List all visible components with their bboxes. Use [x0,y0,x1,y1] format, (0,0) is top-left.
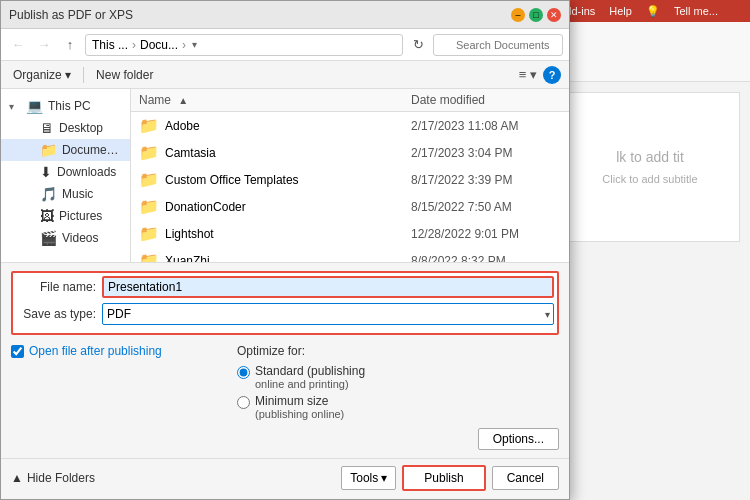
dialog-title: Publish as PDF or XPS [9,8,133,22]
filename-input[interactable] [102,276,554,298]
optimize-label: Optimize for: [237,344,559,358]
sidebar-item-documents[interactable]: 📁 Documents [1,139,130,161]
ppt-lamp-icon: 💡 [646,5,660,18]
standard-option-text: Standard (publishing online and printing… [255,364,365,390]
expand-icon: ▾ [9,101,21,112]
ppt-ribbon: Add-ins Help 💡 Tell me... [550,0,750,22]
file-date: 8/17/2022 3:39 PM [411,173,561,187]
saveas-label: Save as type: [16,307,96,321]
folder-icon: 📁 [139,251,159,262]
open-after-row: Open file after publishing [11,344,221,358]
help-button[interactable]: ? [543,66,561,84]
tools-arrow-icon: ▾ [381,471,387,485]
options-row: Open file after publishing Optimize for:… [11,340,559,454]
col-name-label: Name [139,93,171,107]
saveas-input[interactable] [102,303,554,325]
ppt-slide: lk to add tit Click to add subtitle [560,92,740,242]
table-row[interactable]: 📁 DonationCoder 8/15/2022 7:50 AM [131,193,569,220]
sidebar-item-videos[interactable]: 🎬 Videos [1,227,130,249]
ppt-tellme[interactable]: Tell me... [674,5,718,17]
title-bar: Publish as PDF or XPS – □ ✕ [1,1,569,29]
file-toolbar: Organize ▾ New folder ≡ ▾ ? [1,61,569,89]
folder-icon: 📁 [139,116,159,135]
file-list-header: Name ▲ Date modified [131,89,569,112]
address-path[interactable]: This ... › Docu... › ▾ [85,34,403,56]
col-date-header[interactable]: Date modified [411,93,561,107]
hide-folders-button[interactable]: ▲ Hide Folders [11,471,95,485]
bottom-form-area: File name: Save as type: ▾ Open file aft… [1,262,569,458]
file-date: 2/17/2023 11:08 AM [411,119,561,133]
minimum-radio-row: Minimum size (publishing online) [237,394,559,420]
tools-label: Tools [350,471,378,485]
organize-arrow-icon: ▾ [65,68,71,82]
saveas-dropdown-wrapper: ▾ [102,303,554,325]
back-button[interactable]: ← [7,34,29,56]
ppt-toolbar-area [550,22,750,82]
path-dropdown-icon[interactable]: ▾ [192,39,197,50]
folder-icon: 📁 [40,142,57,158]
address-bar: ← → ↑ This ... › Docu... › ▾ ↻ 🔍 [1,29,569,61]
saveas-row: Save as type: ▾ [16,303,554,325]
filename-label: File name: [16,280,96,294]
refresh-button[interactable]: ↻ [407,34,429,56]
minimum-sub: (publishing online) [255,408,344,420]
col-sort-icon: ▲ [178,95,188,106]
up-button[interactable]: ↑ [59,34,81,56]
search-input[interactable] [433,34,563,56]
toolbar-separator [83,67,84,83]
view-button[interactable]: ≡ ▾ [517,65,539,84]
standard-sub: online and printing) [255,378,365,390]
file-name: XuanZhi [165,254,411,263]
minimum-radio[interactable] [237,396,250,409]
view-icon: ≡ [519,67,527,82]
maximize-button[interactable]: □ [529,8,543,22]
publish-button[interactable]: Publish [402,465,485,491]
table-row[interactable]: 📁 Adobe 2/17/2023 11:08 AM [131,112,569,139]
path-part1: This ... [92,38,128,52]
sidebar-item-downloads[interactable]: ⬇ Downloads [1,161,130,183]
sidebar-item-label: Documents [62,143,122,157]
ppt-title-placeholder: lk to add tit [616,149,684,165]
bottom-buttons: ▲ Hide Folders Tools ▾ Publish Cancel [1,458,569,499]
sidebar: ▾ 💻 This PC 🖥 Desktop 📁 Documents ⬇ Down… [1,89,131,262]
col-name-header[interactable]: Name ▲ [139,93,411,107]
folder-icon: 📁 [139,197,159,216]
file-name: DonationCoder [165,200,411,214]
sidebar-item-pictures[interactable]: 🖼 Pictures [1,205,130,227]
file-date: 8/8/2022 8:32 PM [411,254,561,263]
sidebar-item-this-pc[interactable]: ▾ 💻 This PC [1,95,130,117]
sidebar-item-desktop[interactable]: 🖥 Desktop [1,117,130,139]
new-folder-button[interactable]: New folder [92,66,157,84]
file-date: 2/17/2023 3:04 PM [411,146,561,160]
sidebar-item-label: Desktop [59,121,103,135]
file-name: Camtasia [165,146,411,160]
open-after-checkbox[interactable] [11,345,24,358]
search-wrapper: 🔍 [433,34,563,56]
sidebar-item-music[interactable]: 🎵 Music [1,183,130,205]
path-sep2: › [182,38,186,52]
sidebar-item-label: Downloads [57,165,116,179]
forward-button[interactable]: → [33,34,55,56]
open-after-label: Open file after publishing [29,344,162,358]
ppt-help[interactable]: Help [609,5,632,17]
standard-radio[interactable] [237,366,250,379]
close-button[interactable]: ✕ [547,8,561,22]
options-button[interactable]: Options... [478,428,559,450]
folder-icon: 🎵 [40,186,57,202]
folder-icon: 📁 [139,170,159,189]
table-row[interactable]: 📁 Lightshot 12/28/2022 9:01 PM [131,220,569,247]
table-row[interactable]: 📁 Custom Office Templates 8/17/2022 3:39… [131,166,569,193]
folder-icon: 🖼 [40,208,54,224]
standard-radio-row: Standard (publishing online and printing… [237,364,559,390]
sidebar-item-label: This PC [48,99,91,113]
left-options: Open file after publishing [11,344,221,358]
table-row[interactable]: 📁 XuanZhi 8/8/2022 8:32 PM [131,247,569,262]
cancel-button[interactable]: Cancel [492,466,559,490]
sidebar-item-label: Music [62,187,93,201]
file-date: 8/15/2022 7:50 AM [411,200,561,214]
table-row[interactable]: 📁 Camtasia 2/17/2023 3:04 PM [131,139,569,166]
tools-button[interactable]: Tools ▾ [341,466,396,490]
organize-button[interactable]: Organize ▾ [9,66,75,84]
minimum-label: Minimum size [255,394,344,408]
minimize-button[interactable]: – [511,8,525,22]
